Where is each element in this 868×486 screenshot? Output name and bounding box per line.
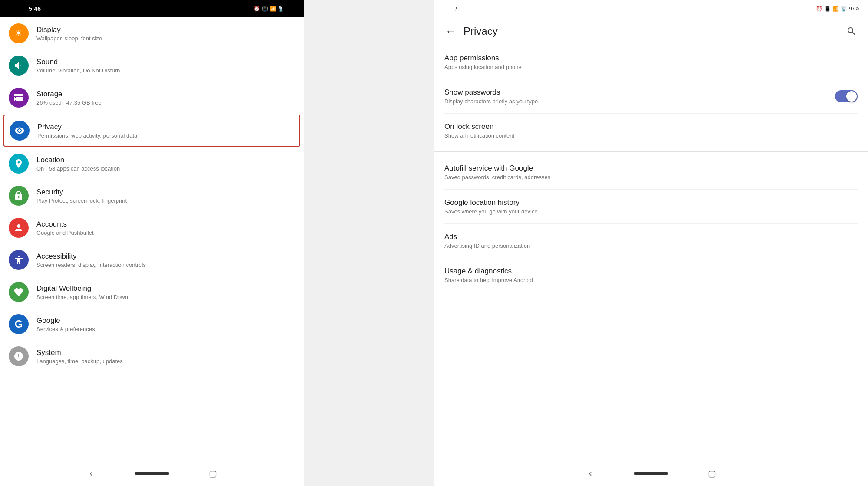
security-subtitle: Play Protect, screen lock, fingerprint [36, 197, 127, 204]
app-permissions-title: App permissions [444, 54, 858, 62]
r-battery-text: 97% [849, 6, 859, 12]
system-subtitle: Languages, time, backup, updates [36, 358, 123, 364]
privacy-item-app-permissions[interactable]: App permissions Apps using location and … [444, 45, 858, 79]
settings-item-display[interactable]: ☀ Display Wallpaper, sleep, font size [0, 17, 304, 49]
autofill-title: Autofill service with Google [444, 164, 858, 173]
accessibility-subtitle: Screen readers, display, interaction con… [36, 262, 146, 268]
right-recents-button[interactable]: ▢ [703, 465, 720, 482]
google-icon: G [9, 314, 29, 334]
privacy-section-1: App permissions Apps using location and … [434, 45, 868, 148]
display-icon: ☀ [9, 23, 29, 43]
privacy-item-autofill[interactable]: Autofill service with Google Saved passw… [444, 155, 858, 190]
privacy-search-button[interactable] [842, 22, 861, 41]
lock-screen-title: On lock screen [444, 122, 858, 131]
show-passwords-toggle-thumb [846, 91, 857, 102]
privacy-icon [10, 121, 30, 141]
accessibility-icon [9, 250, 29, 270]
privacy-item-show-passwords[interactable]: Show passwords Display characters briefl… [444, 79, 858, 114]
usage-diagnostics-title: Usage & diagnostics [444, 267, 858, 276]
left-bottom-nav: ‹ ▢ [0, 460, 304, 486]
settings-item-security[interactable]: Security Play Protect, screen lock, fing… [0, 180, 304, 212]
left-panel: 5:46 ⏰ 📳 📶 📡 97% ☀ Display Wallpaper, sl… [0, 0, 304, 486]
accounts-title: Accounts [36, 220, 94, 229]
privacy-item-ads[interactable]: Ads Advertising ID and personalization [444, 224, 858, 258]
location-history-title: Google location history [444, 198, 858, 207]
ads-title: Ads [444, 233, 858, 241]
right-back-button[interactable]: ‹ [582, 465, 599, 482]
privacy-title-left: Privacy [37, 123, 137, 131]
right-home-bar[interactable] [634, 472, 668, 475]
vibrate-icon: 📳 [262, 6, 268, 12]
settings-item-storage[interactable]: Storage 26% used · 47.35 GB free [0, 82, 304, 114]
left-status-bar: 5:46 ⏰ 📳 📶 📡 97% [0, 0, 304, 17]
settings-item-location[interactable]: Location On - 58 apps can access locatio… [0, 148, 304, 180]
security-title: Security [36, 188, 127, 197]
r-wifi-icon: 📶 [832, 6, 839, 12]
settings-item-accessibility[interactable]: Accessibility Screen readers, display, i… [0, 244, 304, 276]
privacy-item-location-history[interactable]: Google location history Saves where you … [444, 190, 858, 224]
left-recents-button[interactable]: ▢ [204, 465, 221, 482]
privacy-item-usage-diagnostics[interactable]: Usage & diagnostics Share data to help i… [444, 258, 858, 292]
privacy-page-title: Privacy [464, 25, 842, 37]
settings-item-google[interactable]: G Google Services & preferences [0, 308, 304, 340]
google-title: Google [36, 316, 95, 325]
usage-diagnostics-subtitle: Share data to help improve Android [444, 277, 858, 283]
privacy-content: App permissions Apps using location and … [434, 45, 868, 460]
settings-list: ☀ Display Wallpaper, sleep, font size So… [0, 17, 304, 460]
location-title: Location [36, 156, 120, 164]
digital-wellbeing-icon [9, 282, 29, 302]
privacy-subtitle: Permissions, web activity, personal data [37, 132, 137, 139]
wifi-icon: 📶 [270, 6, 276, 12]
system-title: System [36, 348, 123, 357]
accounts-subtitle: Google and Pushbullet [36, 230, 94, 236]
system-icon [9, 346, 29, 366]
sound-subtitle: Volume, vibration, Do Not Disturb [36, 67, 120, 74]
google-subtitle: Services & preferences [36, 326, 95, 332]
sound-icon [9, 56, 29, 76]
section-divider [434, 151, 868, 152]
location-icon [9, 154, 29, 174]
accounts-icon [9, 218, 29, 238]
sound-title: Sound [36, 58, 120, 66]
privacy-item-lock-screen[interactable]: On lock screen Show all notification con… [444, 114, 858, 148]
left-home-bar[interactable] [135, 472, 169, 475]
r-alarm-icon: ⏰ [816, 6, 822, 12]
show-passwords-subtitle: Display characters briefly as you type [444, 98, 835, 105]
settings-item-sound[interactable]: Sound Volume, vibration, Do Not Disturb [0, 49, 304, 82]
storage-title: Storage [36, 90, 102, 99]
display-title: Display [36, 26, 102, 34]
settings-item-system[interactable]: System Languages, time, backup, updates [0, 340, 304, 372]
show-passwords-title: Show passwords [444, 88, 835, 97]
privacy-section-2: Autofill service with Google Saved passw… [434, 155, 868, 292]
panel-divider [304, 0, 434, 486]
r-signal-icon: 📡 [841, 6, 847, 12]
settings-item-privacy[interactable]: Privacy Permissions, web activity, perso… [3, 115, 300, 147]
location-subtitle: On - 58 apps can access location [36, 165, 120, 172]
security-icon [9, 186, 29, 206]
alarm-icon: ⏰ [253, 6, 260, 12]
location-history-subtitle: Saves where you go with your device [444, 208, 858, 215]
right-bottom-nav: ‹ ▢ [434, 460, 868, 486]
accessibility-title: Accessibility [36, 252, 146, 261]
storage-icon [9, 88, 29, 108]
right-status-bar: 5:47 ⏰ 📳 📶 📡 97% [434, 0, 868, 17]
app-permissions-subtitle: Apps using location and phone [444, 64, 858, 70]
storage-subtitle: 26% used · 47.35 GB free [36, 99, 102, 106]
r-vibrate-icon: 📳 [824, 6, 831, 12]
autofill-subtitle: Saved passwords, credit cards, addresses [444, 174, 858, 181]
settings-item-accounts[interactable]: Accounts Google and Pushbullet [0, 212, 304, 244]
digital-wellbeing-subtitle: Screen time, app timers, Wind Down [36, 294, 128, 300]
privacy-header: ← Privacy [434, 17, 868, 45]
right-panel: 5:47 ⏰ 📳 📶 📡 97% ← Privacy App permissio… [434, 0, 868, 486]
right-status-icons: ⏰ 📳 📶 📡 97% [816, 6, 859, 12]
digital-wellbeing-title: Digital Wellbeing [36, 284, 128, 293]
privacy-back-button[interactable]: ← [441, 22, 460, 41]
left-back-button[interactable]: ‹ [82, 465, 100, 482]
left-time: 5:46 [29, 5, 41, 12]
settings-item-digital-wellbeing[interactable]: Digital Wellbeing Screen time, app timer… [0, 276, 304, 308]
display-subtitle: Wallpaper, sleep, font size [36, 35, 102, 42]
lock-screen-subtitle: Show all notification content [444, 132, 858, 139]
ads-subtitle: Advertising ID and personalization [444, 243, 858, 249]
show-passwords-toggle[interactable] [835, 90, 858, 102]
